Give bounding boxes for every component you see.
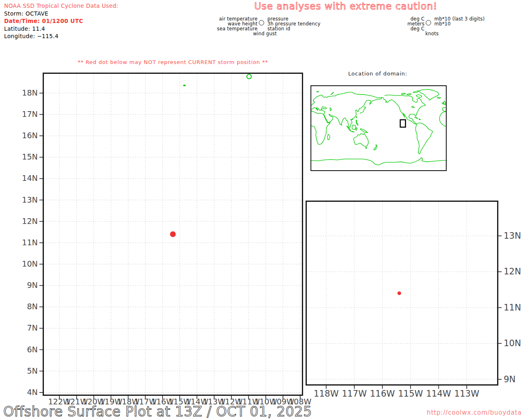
legend-wind-gust: wind gust [253,31,277,36]
y-tick-label: 17N [22,110,38,119]
coastline [415,123,433,154]
coastline [416,95,422,98]
y-tick-label: 5N [27,366,38,375]
buoydata-url-link[interactable]: http://coolwx.com/buoydata [427,409,522,416]
x-tick-label: 115W [398,389,423,399]
coastline [330,107,332,111]
coastline [443,107,446,111]
legend-tendency-units: mb*10 [434,21,451,26]
coastline [356,128,357,130]
coastline [376,144,377,147]
y-tick-label: 13N [504,231,521,241]
coastline [311,112,330,145]
info-latitude: Latitude: 11.4 [4,25,119,33]
x-tick-label: 118W [314,389,339,399]
station-circle-icon [259,20,264,25]
storm-dot [397,291,401,295]
coastline [374,147,376,150]
location-map [310,85,447,171]
storm-dot [170,231,176,237]
island-marker [183,84,186,86]
coastline [419,89,439,100]
coastline [360,129,368,133]
coastline [442,103,444,104]
y-tick-label: 7N [27,323,38,332]
coastline [352,119,353,120]
y-tick-label: 8N [27,302,38,311]
y-tick-label: 11N [504,303,521,313]
coastline [406,94,411,95]
coastline [356,120,358,126]
main-surface-plot: 122W121W120W119W118W117W116W115W114W113W… [44,74,302,395]
y-tick-label: 10N [22,259,38,268]
y-tick-label: 9N [504,374,516,384]
island-outline [247,74,251,79]
coastline [365,147,367,148]
y-tick-label: 16N [22,131,38,140]
coastline [351,131,354,132]
legend-sea-temperature: sea temperature [217,26,258,31]
coastline [419,119,420,120]
coastline [413,91,419,93]
buoy-plot-page: NOAA SSD Tropical Cyclone Data Used: Sto… [0,0,525,420]
domain-box [400,120,406,127]
coastline [356,116,357,118]
coastline [327,134,330,140]
info-longitude: Longitude: −115.4 [4,32,119,40]
footer-title-text: Offshore Surface Plot at 13Z / OCT 01, 2… [3,404,312,420]
y-tick-label: 18N [22,88,38,97]
zoom-surface-plot: 118W117W116W115W114W113W9N10N11N12N13N [307,202,497,384]
coastline [311,92,382,127]
coastline [317,91,319,92]
coastline [354,133,368,146]
footer-title: Offshore Surface Plot at 13Z / OCT 01, 2… [3,405,409,420]
x-tick-label: 113W [454,389,479,399]
y-tick-label: 11N [22,238,38,247]
y-tick-label: 10N [504,338,521,348]
x-tick-label: 114W [426,389,451,399]
legend-sea-units: deg C [411,26,425,31]
y-tick-label: 12N [22,217,38,226]
storm-position-warning: ** Red dot below may NOT represent CURRE… [44,59,302,65]
y-tick-label: 14N [22,173,38,183]
coastline [401,93,406,94]
x-tick-label: 116W [370,389,395,399]
info-datetime: Date/Time: 01/1200 UTC [4,17,119,25]
y-tick-label: 9N [27,281,38,290]
storm-info-block: NOAA SSD Tropical Cyclone Data Used: Sto… [4,2,119,40]
info-title: NOAA SSD Tropical Cyclone Data Used: [4,2,119,10]
y-tick-label: 13N [22,195,38,204]
legend-wind-units: knots [425,31,439,36]
coastline [311,158,446,165]
caution-headline: Use analyses with extreme caution! [253,0,475,14]
y-tick-label: 15N [22,152,38,161]
coastline [411,106,414,107]
coastline [360,107,366,114]
caution-headline-text: Use analyses with extreme caution! [254,1,438,11]
coastline [331,92,333,95]
coastline [437,97,441,98]
coastline [414,117,418,119]
location-map-title: Location of domain: [310,71,445,77]
station-circle-icon [426,20,431,25]
coastline [352,125,356,130]
plot-border [306,201,498,385]
y-tick-label: 12N [504,267,521,276]
coastline [440,112,446,126]
y-tick-label: 6N [27,345,38,354]
info-storm: Storm: OCTAVE [4,10,119,18]
x-tick-label: 117W [342,389,367,399]
coastline [341,124,342,125]
y-tick-label: 4N [27,388,38,397]
